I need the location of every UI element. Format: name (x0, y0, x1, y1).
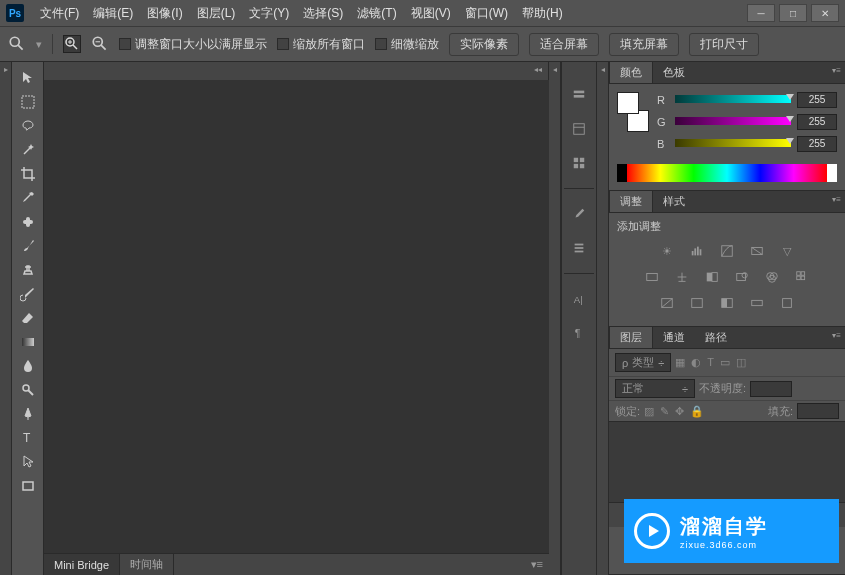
layers-panel-menu-icon[interactable]: ▾≡ (832, 331, 841, 340)
b-value[interactable]: 255 (797, 136, 837, 152)
g-slider[interactable] (675, 117, 791, 127)
vibrance-icon[interactable]: ▽ (777, 242, 797, 260)
scrubby-zoom-checkbox[interactable]: 细微缩放 (375, 36, 439, 53)
lock-transparent-icon[interactable]: ▨ (644, 405, 654, 418)
close-button[interactable]: ✕ (811, 4, 839, 22)
menu-window[interactable]: 窗口(W) (459, 2, 514, 25)
fill-input[interactable] (797, 403, 839, 419)
posterize-icon[interactable] (687, 294, 707, 312)
g-value[interactable]: 255 (797, 114, 837, 130)
magic-wand-tool[interactable] (14, 138, 42, 162)
dodge-tool[interactable] (14, 378, 42, 402)
invert-icon[interactable] (657, 294, 677, 312)
tab-color[interactable]: 颜色 (609, 61, 653, 83)
black-white-icon[interactable] (702, 268, 722, 286)
character-panel-icon[interactable]: A| (565, 286, 593, 312)
maximize-button[interactable]: □ (779, 4, 807, 22)
r-slider[interactable] (675, 95, 791, 105)
adjust-panel-menu-icon[interactable]: ▾≡ (832, 195, 841, 204)
tab-timeline[interactable]: 时间轴 (120, 554, 174, 575)
fill-screen-button[interactable]: 填充屏幕 (609, 33, 679, 56)
filter-shape-icon[interactable]: ▭ (720, 356, 730, 369)
zoom-in-icon[interactable] (63, 35, 81, 53)
clone-stamp-tool[interactable] (14, 258, 42, 282)
minimize-button[interactable]: ─ (747, 4, 775, 22)
lock-position-icon[interactable]: ✥ (675, 405, 684, 418)
properties-panel-icon[interactable] (565, 116, 593, 142)
selective-color-icon[interactable] (777, 294, 797, 312)
layers-list[interactable] (609, 421, 845, 503)
exposure-icon[interactable] (747, 242, 767, 260)
info-panel-icon[interactable] (565, 150, 593, 176)
rectangle-tool[interactable] (14, 474, 42, 498)
move-tool[interactable] (14, 66, 42, 90)
tab-swatches[interactable]: 色板 (653, 62, 695, 83)
opacity-input[interactable] (750, 381, 792, 397)
lasso-tool[interactable] (14, 114, 42, 138)
fg-color-swatch[interactable] (617, 92, 639, 114)
print-size-button[interactable]: 打印尺寸 (689, 33, 759, 56)
color-spectrum[interactable] (627, 164, 827, 182)
tab-styles[interactable]: 样式 (653, 191, 695, 212)
brightness-contrast-icon[interactable]: ☀ (657, 242, 677, 260)
tab-paths[interactable]: 路径 (695, 327, 737, 348)
menu-select[interactable]: 选择(S) (297, 2, 349, 25)
tab-adjustments[interactable]: 调整 (609, 190, 653, 212)
tab-mini-bridge[interactable]: Mini Bridge (44, 554, 120, 575)
hue-sat-icon[interactable] (642, 268, 662, 286)
menu-image[interactable]: 图像(I) (141, 2, 188, 25)
history-panel-icon[interactable] (565, 82, 593, 108)
r-value[interactable]: 255 (797, 92, 837, 108)
layer-filter-kind[interactable]: ρ 类型 ÷ (615, 353, 671, 372)
filter-pixel-icon[interactable]: ▦ (675, 356, 685, 369)
channel-mixer-icon[interactable] (762, 268, 782, 286)
toolbox-expand[interactable]: ▸ (0, 62, 12, 575)
menu-file[interactable]: 文件(F) (34, 2, 85, 25)
fg-bg-swatch[interactable] (617, 92, 649, 132)
paragraph-panel-icon[interactable]: ¶ (565, 320, 593, 346)
b-slider[interactable] (675, 139, 791, 149)
color-lookup-icon[interactable] (792, 268, 812, 286)
history-brush-tool[interactable] (14, 282, 42, 306)
lock-all-icon[interactable]: 🔒 (690, 405, 704, 418)
brush-panel-icon[interactable] (565, 201, 593, 227)
menu-filter[interactable]: 滤镜(T) (351, 2, 402, 25)
brush-presets-icon[interactable] (565, 235, 593, 261)
mid-dock-expand[interactable]: ◂ (549, 62, 561, 575)
tab-layers[interactable]: 图层 (609, 326, 653, 348)
brush-tool[interactable] (14, 234, 42, 258)
zoom-out-icon[interactable] (91, 35, 109, 53)
menu-layer[interactable]: 图层(L) (191, 2, 242, 25)
threshold-icon[interactable] (717, 294, 737, 312)
blur-tool[interactable] (14, 354, 42, 378)
menu-edit[interactable]: 编辑(E) (87, 2, 139, 25)
bottom-tab-menu-icon[interactable]: ▾≡ (525, 558, 549, 571)
healing-brush-tool[interactable] (14, 210, 42, 234)
menu-view[interactable]: 视图(V) (405, 2, 457, 25)
crop-tool[interactable] (14, 162, 42, 186)
filter-smart-icon[interactable]: ◫ (736, 356, 746, 369)
tool-preset-icon[interactable] (8, 35, 26, 53)
eyedropper-tool[interactable] (14, 186, 42, 210)
lock-pixels-icon[interactable]: ✎ (660, 405, 669, 418)
resize-window-checkbox[interactable]: 调整窗口大小以满屏显示 (119, 36, 267, 53)
curves-icon[interactable] (717, 242, 737, 260)
eraser-tool[interactable] (14, 306, 42, 330)
blend-mode-select[interactable]: 正常÷ (615, 379, 695, 398)
color-balance-icon[interactable] (672, 268, 692, 286)
panels-expand[interactable]: ◂ (597, 62, 609, 575)
type-tool[interactable]: T (14, 426, 42, 450)
pen-tool[interactable] (14, 402, 42, 426)
menu-type[interactable]: 文字(Y) (243, 2, 295, 25)
gradient-map-icon[interactable] (747, 294, 767, 312)
zoom-all-checkbox[interactable]: 缩放所有窗口 (277, 36, 365, 53)
fit-screen-button[interactable]: 适合屏幕 (529, 33, 599, 56)
canvas-area[interactable]: ◂◂ Mini Bridge 时间轴 ▾≡ (44, 62, 549, 575)
menu-help[interactable]: 帮助(H) (516, 2, 569, 25)
filter-type-icon[interactable]: T (707, 356, 714, 369)
levels-icon[interactable] (687, 242, 707, 260)
tab-channels[interactable]: 通道 (653, 327, 695, 348)
actual-pixels-button[interactable]: 实际像素 (449, 33, 519, 56)
photo-filter-icon[interactable] (732, 268, 752, 286)
path-selection-tool[interactable] (14, 450, 42, 474)
